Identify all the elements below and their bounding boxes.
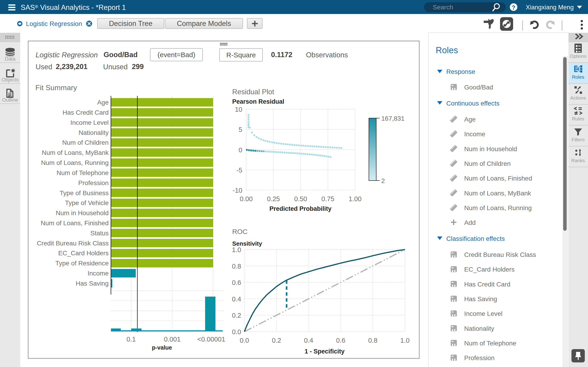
svg-text:167,831: 167,831 [381, 115, 405, 122]
svg-text:Income Level: Income Level [464, 310, 502, 317]
svg-text:Num of Loans, MyBank: Num of Loans, MyBank [42, 149, 109, 156]
svg-text:Age: Age [464, 116, 476, 123]
svg-text:Residual Plot: Residual Plot [232, 88, 274, 96]
svg-text:Has Credit Card: Has Credit Card [464, 281, 510, 288]
svg-text:Options: Options [570, 53, 586, 59]
svg-text:Age: Age [97, 99, 109, 106]
svg-text:Continuous effects: Continuous effects [446, 100, 499, 107]
svg-text:Type of Business: Type of Business [60, 190, 109, 197]
svg-text:2: 2 [381, 177, 385, 184]
svg-text:Profession: Profession [78, 179, 109, 186]
svg-text:Num of Loans, Finished: Num of Loans, Finished [464, 175, 532, 182]
svg-text:0.0: 0.0 [240, 337, 249, 344]
svg-text:-10: -10 [233, 187, 242, 194]
svg-text:0: 0 [239, 146, 242, 154]
svg-text:Num of Telephone: Num of Telephone [464, 340, 516, 347]
svg-text:0.1: 0.1 [127, 336, 136, 343]
svg-text:0.4: 0.4 [232, 295, 241, 303]
svg-text:Good/Bad: Good/Bad [464, 84, 493, 91]
svg-text:0.8: 0.8 [232, 263, 241, 270]
svg-text:Has Credit Card: Has Credit Card [62, 109, 109, 116]
svg-text:Num of Loans, MyBank: Num of Loans, MyBank [464, 190, 531, 197]
svg-text:5: 5 [239, 126, 242, 133]
svg-text:Profession: Profession [464, 354, 494, 361]
svg-text:1.0: 1.0 [232, 246, 241, 253]
svg-text:Add: Add [464, 219, 476, 226]
svg-text:0.6: 0.6 [232, 279, 241, 286]
svg-text:0.2: 0.2 [232, 312, 241, 319]
svg-text:10: 10 [235, 106, 242, 113]
svg-text:1 - Specificity: 1 - Specificity [304, 348, 345, 355]
svg-text:EC_Card Holders: EC_Card Holders [58, 250, 109, 257]
svg-text:Status: Status [90, 230, 109, 237]
svg-text:Income Level: Income Level [70, 119, 109, 126]
svg-text:<0.00001: <0.00001 [197, 336, 225, 343]
svg-text:Outline: Outline [2, 97, 18, 103]
svg-text:Num of Children: Num of Children [464, 160, 510, 167]
svg-text:Nationality: Nationality [464, 325, 494, 332]
svg-text:0.25: 0.25 [267, 195, 280, 202]
svg-text:Num of Children: Num of Children [62, 139, 109, 146]
svg-text:Credit Bureau Risk Class: Credit Bureau Risk Class [37, 240, 109, 247]
svg-text:Type of Residence: Type of Residence [55, 260, 109, 267]
svg-text:Income: Income [87, 270, 109, 277]
svg-text:Num of Loans, Finished: Num of Loans, Finished [41, 219, 109, 227]
svg-text:Actions: Actions [570, 95, 586, 100]
svg-text:Roles: Roles [436, 45, 458, 55]
svg-text:Num in Household: Num in Household [56, 209, 109, 217]
svg-text:0.6: 0.6 [336, 337, 345, 344]
svg-text:Filters: Filters [571, 137, 585, 142]
svg-text:Predicted Probability: Predicted Probability [269, 205, 331, 212]
svg-text:Objects: Objects [2, 77, 19, 83]
svg-text:Num of Telephone: Num of Telephone [57, 169, 109, 176]
svg-text:Credit Bureau Risk Class: Credit Bureau Risk Class [464, 251, 536, 258]
svg-text:Fit Summary: Fit Summary [35, 83, 77, 92]
svg-text:p-value: p-value [152, 344, 172, 351]
svg-text:0.8: 0.8 [368, 337, 377, 344]
svg-text:Rules: Rules [572, 116, 584, 121]
svg-text:0.2: 0.2 [272, 337, 281, 344]
svg-text:Pearson Residual: Pearson Residual [232, 98, 284, 105]
svg-text:Num of Loans, Running: Num of Loans, Running [464, 204, 532, 211]
svg-text:0.001: 0.001 [164, 336, 181, 343]
svg-text:Num of Loans, Running: Num of Loans, Running [41, 159, 109, 166]
svg-text:0.50: 0.50 [294, 195, 307, 202]
svg-text:1.0: 1.0 [400, 337, 409, 344]
svg-text:0.00: 0.00 [240, 195, 253, 202]
svg-text:EC_Card Holders: EC_Card Holders [464, 266, 515, 273]
svg-text:Classification effects: Classification effects [446, 235, 505, 242]
svg-text:Roles: Roles [572, 74, 584, 80]
svg-text:0.4: 0.4 [304, 337, 313, 344]
svg-text:Ranks: Ranks [571, 158, 585, 163]
svg-text:Nationality: Nationality [78, 129, 109, 136]
svg-text:Has Saving: Has Saving [464, 295, 497, 302]
svg-text:1.00: 1.00 [349, 195, 362, 202]
svg-text:Income: Income [464, 131, 485, 138]
svg-text:Has Saving: Has Saving [76, 280, 109, 287]
svg-text:ROC: ROC [232, 228, 248, 235]
svg-text:Type of Vehicle: Type of Vehicle [65, 199, 109, 206]
svg-text:Response: Response [446, 68, 475, 75]
svg-text:-5: -5 [236, 167, 242, 174]
svg-text:0.75: 0.75 [321, 195, 334, 202]
svg-text:0.0: 0.0 [232, 328, 241, 336]
svg-text:Num in Household: Num in Household [464, 145, 517, 152]
